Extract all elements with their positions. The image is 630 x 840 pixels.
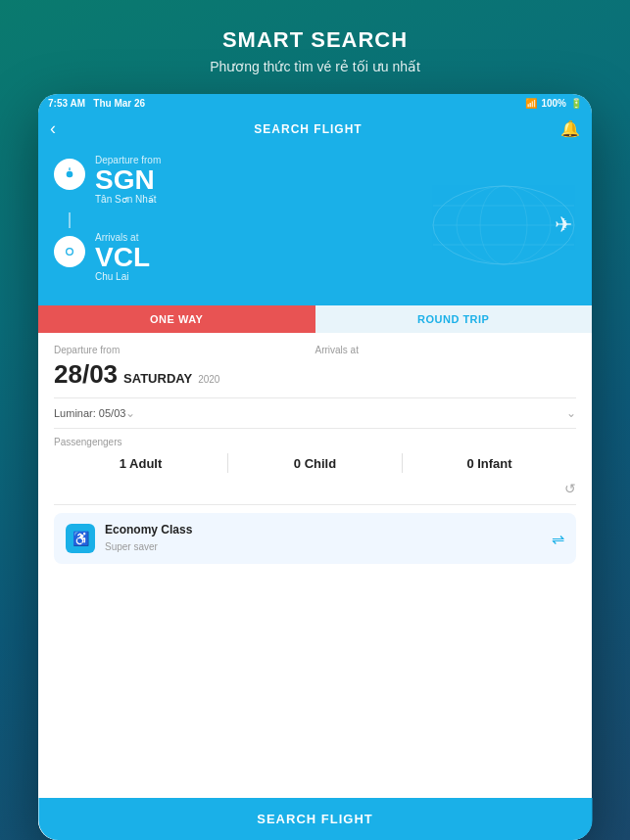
divider-3 bbox=[54, 504, 576, 505]
battery-label: 100% bbox=[541, 98, 566, 109]
swap-icon[interactable]: ⇌ bbox=[552, 530, 564, 548]
class-left: ♿ Economy Class Super saver bbox=[66, 523, 192, 554]
date-year: 2020 bbox=[198, 374, 219, 385]
infant-count[interactable]: 0 Infant bbox=[403, 456, 576, 471]
departure-name: Tân Sơn Nhất bbox=[95, 194, 161, 205]
divider-2 bbox=[54, 428, 576, 429]
arrivals-code: VCL bbox=[95, 244, 150, 271]
status-bar-right: 📶 100% 🔋 bbox=[525, 98, 582, 109]
arrivals-row: Arrivals at VCL Chu Lai bbox=[54, 232, 576, 282]
page-title: SMART SEARCH bbox=[210, 27, 420, 53]
class-name: Economy Class bbox=[105, 523, 192, 537]
arrivals-name: Chu Lai bbox=[95, 271, 150, 282]
departure-icon bbox=[54, 159, 85, 190]
refresh-area: ↺ bbox=[54, 481, 576, 496]
status-bar: 7:53 AM Thu Mar 26 📶 100% 🔋 bbox=[38, 94, 592, 113]
svg-point-8 bbox=[67, 249, 73, 256]
divider-1 bbox=[54, 397, 576, 398]
arrivals-info: Arrivals at VCL Chu Lai bbox=[95, 232, 150, 282]
passengers-row: 1 Adult 0 Child 0 Infant bbox=[54, 453, 576, 473]
class-info: Economy Class Super saver bbox=[105, 523, 192, 554]
luminar-chevron-icon[interactable]: ⌄ bbox=[125, 406, 135, 420]
adult-count[interactable]: 1 Adult bbox=[54, 456, 227, 471]
date-day: 28/03 bbox=[54, 359, 118, 390]
tab-round-trip[interactable]: ROUND TRIP bbox=[315, 305, 593, 333]
arrivals-icon bbox=[54, 236, 85, 267]
flight-header: Departure from SGN Tân Sơn Nhất Arrivals… bbox=[38, 145, 592, 305]
refresh-icon[interactable]: ↺ bbox=[564, 481, 576, 496]
passengers-label: Passengengers bbox=[54, 437, 576, 447]
plane-icon: ✈ bbox=[555, 212, 572, 238]
battery-icon: 🔋 bbox=[570, 98, 582, 109]
bell-icon[interactable]: 🔔 bbox=[560, 119, 580, 138]
connector-line bbox=[69, 212, 71, 228]
arrivals-chevron-icon[interactable]: ⌄ bbox=[566, 406, 576, 420]
departure-info: Departure from SGN Tân Sơn Nhất bbox=[95, 155, 161, 205]
departure-code: SGN bbox=[95, 166, 161, 194]
departure-row: Departure from SGN Tân Sơn Nhất bbox=[54, 155, 576, 205]
device-frame: 7:53 AM Thu Mar 26 📶 100% 🔋 ‹ SEARCH FLI… bbox=[38, 94, 592, 840]
tab-one-way[interactable]: ONE WAY bbox=[38, 305, 315, 333]
back-button[interactable]: ‹ bbox=[50, 118, 56, 139]
child-count[interactable]: 0 Child bbox=[228, 456, 402, 471]
luminar-row[interactable]: Luminar: 05/03 ⌄ ⌄ bbox=[54, 406, 576, 420]
luminar-label: Luminar: 05/03 bbox=[54, 407, 125, 419]
class-row[interactable]: ♿ Economy Class Super saver ⇌ bbox=[54, 513, 576, 564]
accessibility-icon: ♿ bbox=[66, 524, 95, 553]
search-flight-button[interactable]: SEARCH FLIGHT bbox=[38, 798, 592, 840]
wifi-icon: 📶 bbox=[525, 98, 537, 109]
date-row[interactable]: 28/03 SATURDAY 2020 bbox=[54, 359, 576, 390]
date-weekday: SATURDAY bbox=[123, 371, 192, 386]
class-type: Super saver bbox=[105, 541, 158, 552]
svg-point-6 bbox=[67, 171, 73, 178]
form-labels-row: Departure from Arrivals at bbox=[54, 345, 576, 355]
nav-bar: ‹ SEARCH FLIGHT 🔔 bbox=[38, 113, 592, 145]
arrivals-at-label: Arrivals at bbox=[315, 345, 577, 355]
search-button-container: SEARCH FLIGHT bbox=[38, 798, 592, 840]
departure-from-label: Departure from bbox=[54, 345, 315, 355]
page-header: SMART SEARCH Phương thức tìm vé rẻ tối ư… bbox=[190, 0, 440, 94]
nav-title: SEARCH FLIGHT bbox=[254, 122, 362, 136]
status-time: 7:53 AM Thu Mar 26 bbox=[48, 98, 145, 109]
tabs-bar: ONE WAY ROUND TRIP bbox=[38, 305, 592, 333]
search-form: Departure from Arrivals at 28/03 SATURDA… bbox=[38, 333, 592, 840]
page-subtitle: Phương thức tìm vé rẻ tối ưu nhất bbox=[210, 59, 420, 74]
